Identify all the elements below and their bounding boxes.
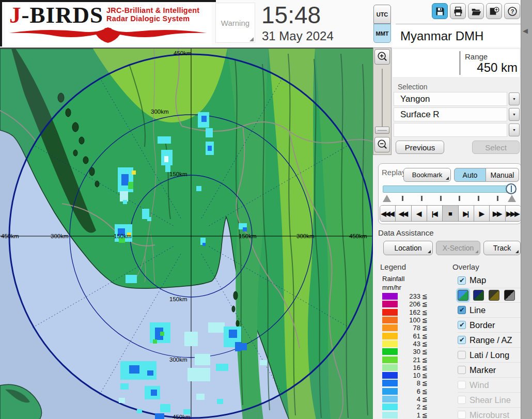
toolbar: ? bbox=[432, 3, 520, 19]
legend-row: 61≦ bbox=[382, 332, 439, 339]
legend-swatch bbox=[382, 388, 398, 395]
map-style-1[interactable] bbox=[458, 290, 468, 301]
previous-button[interactable]: Previous bbox=[396, 141, 444, 154]
transport-button-3[interactable]: ◀ bbox=[412, 206, 427, 221]
replay-group: Replay Bookmark Auto Manual ◀◀◀◀◀◀|◀■▶|▶… bbox=[378, 163, 522, 224]
dropdown-arrow-icon[interactable]: ▼ bbox=[509, 123, 520, 136]
svg-text:450km: 450km bbox=[349, 233, 367, 239]
control-panel: Range 450 km Selection Yangon▼Surface R▼… bbox=[392, 48, 521, 419]
legend-row: 100≦ bbox=[382, 316, 439, 324]
legend-row: 16≦ bbox=[382, 364, 439, 371]
legend-swatch bbox=[382, 356, 398, 363]
legend-scale: 233≦206≦162≦100≦78≦61≦43≦30≦21≦16≦10≦8≦6… bbox=[382, 292, 439, 419]
transport-button-4[interactable]: |◀ bbox=[427, 206, 443, 221]
legend-row: 206≦ bbox=[382, 300, 439, 308]
slider-start-marker[interactable] bbox=[383, 195, 391, 202]
bookmark-button[interactable]: Bookmark bbox=[403, 168, 451, 182]
transport-button-9[interactable]: ▶▶▶ bbox=[506, 206, 521, 221]
replay-slider-handle[interactable] bbox=[506, 183, 517, 194]
replay-slider-track[interactable] bbox=[383, 185, 516, 193]
track-label: Track bbox=[493, 244, 511, 252]
auto-button[interactable]: Auto bbox=[454, 168, 486, 182]
print-button[interactable] bbox=[450, 3, 466, 19]
overlay-checkbox[interactable] bbox=[458, 321, 466, 329]
legend-row: 1≦ bbox=[382, 411, 439, 418]
zoom-slider-handle[interactable] bbox=[375, 127, 389, 134]
open-folder-icon bbox=[471, 6, 481, 17]
legend-value: 78 bbox=[398, 324, 420, 332]
logo-tagline: JRC-Brilliant & Intelligent Radar Dialog… bbox=[106, 6, 199, 23]
overlay-item-microburst: Microburst bbox=[458, 407, 521, 419]
transport-button-5[interactable]: ■ bbox=[443, 206, 458, 221]
zoom-slider-track[interactable] bbox=[382, 69, 383, 130]
overlay-checkbox[interactable] bbox=[458, 366, 466, 374]
eagle-icon bbox=[8, 27, 208, 44]
transport-button-6[interactable]: ▶| bbox=[459, 206, 474, 221]
zoom-in-button[interactable] bbox=[374, 49, 390, 65]
mmt-toggle-button[interactable]: MMT bbox=[373, 24, 391, 43]
map-style-2[interactable] bbox=[473, 290, 484, 301]
panel-edge-bar[interactable] bbox=[521, 0, 532, 419]
panel-collapse-arrow-icon[interactable]: ◀ bbox=[523, 27, 528, 35]
legend-row: 4≦ bbox=[382, 395, 439, 403]
transport-button-8[interactable]: ▶▶ bbox=[490, 206, 505, 221]
open-folder-button[interactable] bbox=[468, 3, 484, 19]
legend-swatch bbox=[382, 324, 398, 331]
clock-date: 31 May 2024 bbox=[262, 29, 334, 43]
legend-value: 61 bbox=[398, 332, 420, 340]
help-button[interactable]: ? bbox=[504, 3, 520, 19]
location-menu-corner-icon bbox=[428, 250, 431, 253]
utc-toggle-button[interactable]: UTC bbox=[373, 5, 391, 24]
legend-value: 10 bbox=[398, 371, 420, 379]
slider-tick bbox=[402, 196, 403, 201]
jbirds-logo: J-BIRDS JRC-Brilliant & Intelligent Rada… bbox=[5, 2, 212, 45]
xsection-label: X-Section bbox=[443, 244, 474, 252]
select-button: Select bbox=[472, 141, 520, 154]
overlay-item-label: Border bbox=[470, 320, 495, 330]
radar-map[interactable]: 450km300km150km450km300km150km150km300km… bbox=[0, 48, 373, 419]
dropdown-value-1[interactable]: Yangon bbox=[394, 92, 507, 106]
logo-j: J bbox=[9, 2, 22, 28]
overlay-checkbox[interactable] bbox=[458, 306, 466, 314]
legend-value: 30 bbox=[398, 348, 420, 355]
legend-swatch bbox=[382, 333, 398, 339]
legend-operator: ≦ bbox=[422, 348, 428, 355]
map-style-4[interactable] bbox=[504, 290, 515, 301]
zoom-out-button[interactable] bbox=[374, 137, 390, 152]
overlay-checkbox[interactable] bbox=[458, 351, 466, 359]
transport-button-1[interactable]: ◀◀◀ bbox=[380, 206, 396, 221]
manual-button[interactable]: Manual bbox=[486, 168, 519, 182]
legend-operator: ≦ bbox=[422, 324, 428, 332]
track-button[interactable]: Track bbox=[483, 241, 521, 255]
logo-wordmark: J-BIRDS bbox=[9, 3, 103, 27]
save-button[interactable] bbox=[432, 3, 448, 19]
legend-label: Legend bbox=[380, 262, 406, 271]
overlay-label: Overlay bbox=[452, 262, 479, 271]
legend-value: 8 bbox=[398, 379, 420, 387]
transport-button-2[interactable]: ◀◀ bbox=[396, 206, 411, 221]
legend-operator: ≦ bbox=[422, 395, 428, 403]
overlay-item-label: Map bbox=[470, 275, 486, 285]
warning-button[interactable]: Warning bbox=[215, 3, 255, 43]
dropdown-value-2[interactable]: Surface R bbox=[394, 107, 507, 121]
overlay-item-label: Shear Line bbox=[470, 395, 511, 405]
dropdown-value-3[interactable] bbox=[394, 123, 507, 137]
dropdown-arrow-icon[interactable]: ▼ bbox=[509, 92, 520, 105]
overlay-checkbox[interactable] bbox=[458, 336, 466, 344]
svg-text:300km: 300km bbox=[151, 108, 169, 115]
overlay-item-label: Marker bbox=[470, 365, 496, 375]
slider-end-marker[interactable] bbox=[508, 195, 516, 202]
overlay-checkbox[interactable] bbox=[458, 276, 466, 285]
legend-swatch bbox=[382, 340, 398, 347]
add-view-button[interactable] bbox=[486, 3, 502, 19]
overlay-item-shear-line: Shear Line bbox=[458, 392, 521, 407]
overlay-item-label: Range / AZ bbox=[470, 335, 512, 345]
slider-tick bbox=[497, 196, 498, 201]
location-label: Location bbox=[395, 244, 422, 252]
warning-menu-corner-icon bbox=[249, 37, 254, 41]
dropdown-arrow-icon[interactable]: ▼ bbox=[509, 108, 520, 121]
map-style-3[interactable] bbox=[489, 290, 499, 301]
location-button[interactable]: Location bbox=[383, 241, 433, 255]
transport-button-7[interactable]: ▶ bbox=[474, 206, 490, 221]
overlay-item-map: Map bbox=[458, 273, 521, 288]
